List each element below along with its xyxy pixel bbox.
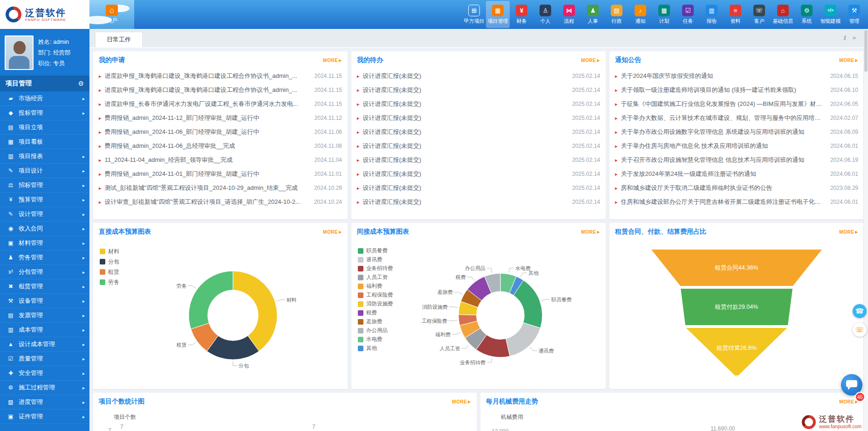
- list-item[interactable]: ▸关于发放2024年第24批一级建造师注册证书的通知2024.06.01: [615, 167, 858, 181]
- more-button[interactable]: MORE▶: [581, 229, 600, 235]
- nav-item-基础信息[interactable]: ⌂基础信息: [771, 1, 795, 28]
- nav-item-流程[interactable]: ⋈流程: [557, 1, 581, 28]
- list-item[interactable]: ▸设计进度汇报(未提交)2025.02.14: [357, 125, 600, 139]
- list-item[interactable]: ▸测试_彭祖新城"四馆"景观工程设计项目_2024-10-29_admin_结束…: [99, 181, 342, 195]
- list-item[interactable]: ▸于征集《中国建筑施工行业信息化发展报告 (2024) —BIM应用与发展》材料…: [615, 97, 858, 111]
- legend-swatch: [358, 248, 363, 254]
- sidebar-item-项目看板[interactable]: ▦项目看板: [0, 135, 89, 149]
- sidebar-item-投标管理[interactable]: ◆投标管理▸: [0, 106, 89, 120]
- sidebar-item-设备管理[interactable]: ⚒设备管理▸: [0, 294, 89, 308]
- settings-gear-icon[interactable]: ⚙: [78, 80, 84, 87]
- list-item[interactable]: ▸关于举办市政公用设施数字化管理信息 系统建设与应用培训班的通知2024.06.…: [615, 125, 858, 139]
- list-item[interactable]: ▸设计进度汇报(未提交)2025.02.14: [357, 83, 600, 97]
- vertical-scrollbar[interactable]: [863, 29, 868, 431]
- nav-item-甲方项目[interactable]: ⊞甲方项目: [462, 1, 486, 28]
- more-button[interactable]: MORE▶: [323, 58, 342, 63]
- list-item[interactable]: ▸进度款申报_珠海鹤港口建设_珠海鹤港口建设工程合作协议书_admin_...2…: [99, 69, 342, 83]
- sidebar-item-发票管理[interactable]: ▤发票管理▸: [0, 308, 89, 323]
- list-item[interactable]: ▸设计进度汇报(未提交)2025.02.14: [357, 167, 600, 181]
- nav-item-label: 资料: [731, 18, 741, 25]
- phone-service-icon[interactable]: ☎: [853, 304, 867, 318]
- list-item[interactable]: ▸设计审查_彭祖新城"四馆"景观工程设计项目_请选择_胡广生_2024-10-2…: [99, 195, 342, 209]
- chat-button[interactable]: 45: [841, 374, 862, 396]
- list-item[interactable]: ▸设计进度汇报(未提交)2025.02.14: [357, 195, 600, 209]
- sidebar-item-分包管理[interactable]: x²分包管理▸: [0, 265, 89, 279]
- sidebar-item-市场经营[interactable]: ▰市场经营▸: [0, 91, 89, 106]
- nav-item-人事[interactable]: ♟人事: [581, 1, 605, 28]
- list-item[interactable]: ▸关于召开市政公用设施智慧化管理信息 信息技术与应用培训班的通知2024.06.…: [615, 153, 858, 167]
- qq-service-icon[interactable]: ☏: [853, 323, 867, 337]
- nav-item-通知[interactable]: ♪通知: [629, 1, 652, 28]
- sidebar-item-label: 租赁管理: [19, 282, 82, 291]
- list-item[interactable]: ▸关于举办住房与房地产信息化 技术及应用培训班的通知2024.06.01: [615, 139, 858, 153]
- nav-item-计划[interactable]: ▦计划: [652, 1, 676, 28]
- list-item[interactable]: ▸关于举办大数据、云计算技术在城市建设、规划、管理与服务中的应用培训班...20…: [615, 111, 858, 125]
- list-item[interactable]: ▸设计进度汇报(未提交)2025.02.14: [357, 153, 600, 167]
- sidebar-item-预算管理[interactable]: ¥预算管理▸: [0, 193, 89, 207]
- portal-button[interactable]: ⌂ 门户: [89, 0, 134, 29]
- sidebar-item-证件管理[interactable]: ▣证件管理▸: [0, 410, 89, 424]
- list-item[interactable]: ▸住房和城乡建设部办公厅关于同意吉林省开展二级建造师注册证书电子化试点...20…: [615, 195, 858, 209]
- nav-item-报告[interactable]: ▥报告: [700, 1, 724, 28]
- list-item[interactable]: ▸费用报销_admin_2024-11-06_部门经理审批_胡建_运行中2024…: [99, 125, 342, 139]
- list-item[interactable]: ▸进度款申报_长春市伊通河水力发电厂设建工程_长春市伊通河水力发电...2024…: [99, 97, 342, 111]
- sidebar-item-项目报表[interactable]: ▥项目报表▸: [0, 149, 89, 164]
- nav-item-项目管理[interactable]: ▦项目管理: [486, 1, 510, 28]
- sidebar-item-项目设计[interactable]: ✎项目设计▸: [0, 164, 89, 178]
- list-item[interactable]: ▸关于领取一级注册建造师培训项目的通知 (须持一建证书前来领取)2024.06.…: [615, 83, 858, 97]
- nav-item-管理[interactable]: ⚒管理: [842, 1, 866, 28]
- sidebar-item-label: 进度管理: [19, 398, 82, 406]
- legend-swatch: [358, 257, 363, 263]
- list-item[interactable]: ▸设计进度汇报(未提交)2025.02.14: [357, 181, 600, 195]
- sidebar-item-设计成本管理[interactable]: ▲设计成本管理▸: [0, 337, 89, 352]
- sidebar-item-设计管理[interactable]: ✎设计管理▸: [0, 207, 89, 222]
- list-item[interactable]: ▸设计进度汇报(未提交)2025.02.14: [357, 69, 600, 83]
- more-button[interactable]: MORE▶: [452, 399, 471, 404]
- list-item[interactable]: ▸房和城乡建设厅关于取消二级建造师临时执业证书的公告2023.08.29: [615, 181, 858, 195]
- list-item[interactable]: ▸关于2024年国庆节放假安排的通知2024.06.15: [615, 69, 858, 83]
- scrollbar-thumb[interactable]: [864, 30, 868, 72]
- sidebar-item-收入合同[interactable]: ◉收入合同▸: [0, 222, 89, 236]
- more-button[interactable]: MORE▶: [839, 229, 858, 235]
- nav-item-行政[interactable]: ▤行政: [605, 1, 629, 28]
- sidebar-item-质量管理[interactable]: ☑质量管理▸: [0, 352, 89, 366]
- sidebar-item-租赁管理[interactable]: ✖租赁管理▸: [0, 279, 89, 294]
- nav-item-资料[interactable]: ≡资料: [724, 1, 747, 28]
- list-item[interactable]: ▸设计进度汇报(未提交)2025.02.14: [357, 139, 600, 153]
- key-icon[interactable]: ⚷: [842, 34, 847, 41]
- list-item[interactable]: ▸费用报销_admin_2024-11-01_部门经理审批_胡建_运行中2024…: [99, 167, 342, 181]
- bullet-arrow-icon: ▸: [357, 157, 360, 163]
- list-item-date: 2025.02.14: [572, 73, 600, 79]
- collapse-icon[interactable]: »: [853, 34, 856, 41]
- nav-item-系统[interactable]: ⚙系统: [795, 1, 819, 28]
- sidebar-item-招标管理[interactable]: ⚖招标管理▸: [0, 178, 89, 193]
- bullet-arrow-icon: ▸: [99, 73, 102, 79]
- sidebar-item-施工过程管理[interactable]: ⚙施工过程管理▸: [0, 381, 89, 395]
- sidebar-item-label: 项目立项: [19, 123, 85, 132]
- nav-item-客户[interactable]: ☏客户: [747, 1, 771, 28]
- sidebar-item-材料管理[interactable]: ▣材料管理▸: [0, 236, 89, 250]
- list-item[interactable]: ▸11_2024-11-04_admin_经营部_领导审批__完成2024.11…: [99, 153, 342, 167]
- sidebar-item-label: 成本管理: [19, 326, 82, 334]
- nav-item-财务[interactable]: ¥财务: [510, 1, 533, 28]
- nav-item-个人[interactable]: ♙个人: [533, 1, 557, 28]
- tab-daily-work[interactable]: 日常工作: [95, 32, 143, 47]
- nav-item-智能建模[interactable]: </>智能建模: [819, 1, 842, 28]
- sidebar-item-安全管理[interactable]: ✚安全管理▸: [0, 366, 89, 381]
- list-item[interactable]: ▸费用报销_admin_2024-11-06_总经理审批__完成2024.11.…: [99, 139, 342, 153]
- list-item[interactable]: ▸设计进度汇报(未提交)2025.02.14: [357, 97, 600, 111]
- list-item[interactable]: ▸进度款申报_珠海鹤港口建设_珠海鹤港口建设工程合作协议书_admin_...2…: [99, 83, 342, 97]
- legend-item-差旅费: 差旅费: [358, 317, 393, 326]
- workflow-icon: ⋈: [563, 5, 575, 16]
- list-item[interactable]: ▸设计进度汇报(未提交)2025.02.14: [357, 111, 600, 125]
- sidebar-item-项目立项[interactable]: ▤项目立项: [0, 120, 89, 135]
- nav-item-任务[interactable]: ☑任务: [676, 1, 700, 28]
- list-item[interactable]: ▸费用报销_admin_2024-11-12_部门经理审批_胡建_运行中2024…: [99, 111, 342, 125]
- sidebar-item-进度管理[interactable]: ▧进度管理▸: [0, 395, 89, 410]
- sidebar-item-成本管理[interactable]: ▥成本管理▸: [0, 323, 89, 337]
- more-button[interactable]: MORE▶: [839, 58, 858, 63]
- chat-bubble-icon: [846, 380, 857, 387]
- sidebar-item-劳务管理[interactable]: ♟劳务管理▸: [0, 250, 89, 265]
- more-button[interactable]: MORE▶: [581, 58, 600, 63]
- more-button[interactable]: MORE▶: [323, 229, 342, 235]
